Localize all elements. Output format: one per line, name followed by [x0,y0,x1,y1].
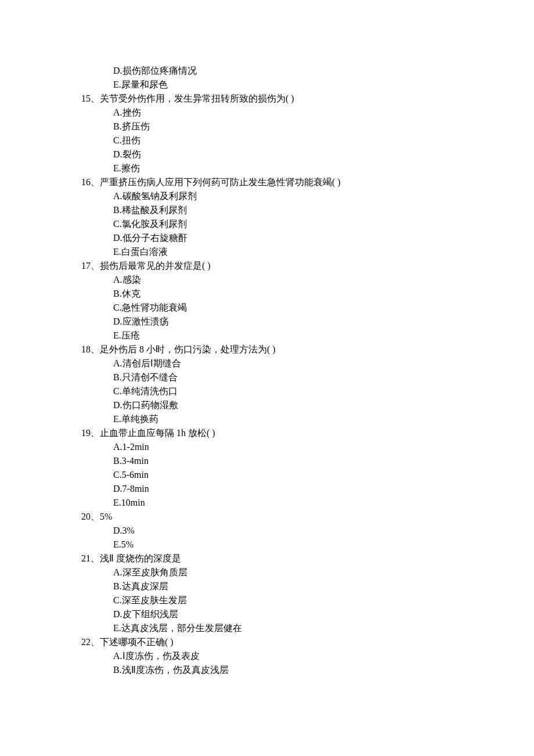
option-line: C.深至皮肤生发层 [113,593,534,607]
option-line: D.裂伤 [113,147,534,161]
option-line: E.压疮 [113,329,534,343]
question-line: 22、下述哪项不正确( ) [81,635,534,649]
option-line: E.单纯换药 [113,412,534,426]
option-line: A.挫伤 [113,106,534,120]
option-line: B.休克 [113,287,534,301]
option-line: E.5% [113,538,534,552]
option-line: A.感染 [113,273,534,287]
question-line: 21、浅Ⅱ 度烧伤的深度是 [81,552,534,566]
option-line: C.氯化胺及利尿剂 [113,217,534,231]
question-line: 15、关节受外伤作用，发生异常扭转所致的损伤为( ) [81,92,534,106]
option-line: E.达真皮浅层，部分生发层健在 [113,621,534,635]
option-line: A.清创后Ⅰ期缝合 [113,357,534,370]
question-line: 18、足外伤后 8 小时，伤口污染，处理方法为( ) [81,343,534,357]
option-line: A.Ⅰ度冻伤，伤及表皮 [113,649,534,663]
option-line: C.急性肾功能衰竭 [113,301,534,315]
question-line: 17、损伤后最常见的并发症是( ) [81,259,534,273]
option-line: D.3% [113,524,534,538]
option-line: C.单纯清洗伤口 [113,384,534,398]
question-line: 20、5% [81,510,534,524]
question-line: 16、严重挤压伤病人应用下列何药可防止发生急性肾功能衰竭( ) [81,175,534,189]
option-line: C.5-6min [113,468,534,482]
option-line: D.低分子右旋糖酐 [113,231,534,245]
option-line: B.3-4min [113,454,534,468]
option-line: D.伤口药物湿敷 [113,398,534,412]
option-line: D.皮下组织浅层 [113,607,534,621]
option-line: B.浅Ⅱ度冻伤，伤及真皮浅层 [113,663,534,677]
option-line: A.碳酸氢钠及利尿剂 [113,189,534,203]
option-line: B.稀盐酸及利尿剂 [113,203,534,217]
option-line: D.损伤部位疼痛情况 [113,64,534,78]
option-line: E.10min [113,496,534,510]
option-line: E.尿量和尿色 [113,78,534,92]
option-line: B.达真皮深层 [113,579,534,593]
option-line: D.应激性溃疡 [113,315,534,329]
option-line: D.7-8min [113,482,534,496]
option-line: E.擦伤 [113,161,534,175]
option-line: B.只清创不缝合 [113,370,534,384]
page-content: D.损伤部位疼痛情况E.尿量和尿色15、关节受外伤作用，发生异常扭转所致的损伤为… [0,0,534,677]
option-line: A.深至皮肤角质层 [113,566,534,579]
option-line: E.白蛋白溶液 [113,245,534,259]
option-line: C.扭伤 [113,134,534,147]
option-line: A.1-2min [113,440,534,454]
question-line: 19、止血带止血应每隔 1h 放松( ) [81,426,534,440]
option-line: B.挤压伤 [113,120,534,134]
